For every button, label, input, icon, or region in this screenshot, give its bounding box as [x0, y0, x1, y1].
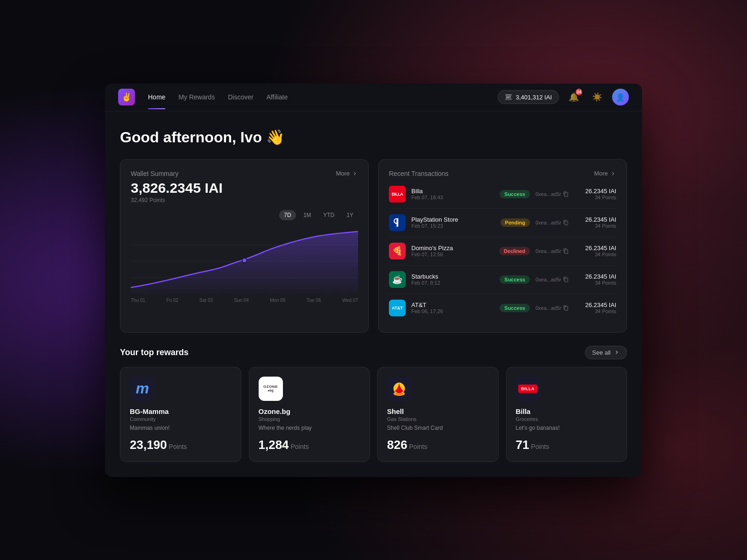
bgmamma-logo: m	[130, 377, 154, 401]
copy-icon[interactable]	[563, 305, 569, 311]
greeting: Good afternoon, Ivo 👋	[120, 128, 627, 146]
tab-1y[interactable]: 1Y	[342, 210, 358, 220]
avatar[interactable]: 👤	[612, 89, 629, 105]
tx-hash[interactable]: 0xea...ad5r	[536, 277, 569, 282]
notification-count: 24	[575, 88, 583, 96]
reward-points: 71 Points	[516, 438, 618, 452]
reward-type: Community	[130, 416, 232, 422]
notifications-button[interactable]: 🔔 24	[565, 89, 582, 105]
tab-7d[interactable]: 7D	[279, 210, 296, 220]
theme-toggle[interactable]: ☀️	[589, 89, 606, 105]
tx-name: Domino's Pizza	[411, 245, 493, 252]
nav-affiliate[interactable]: Affiliate	[267, 85, 288, 109]
wallet-badge[interactable]: 3,401,312 IAI	[498, 90, 559, 104]
tx-amount: 26.2345 IAI 34 Points	[574, 188, 616, 200]
transactions-header: Recent Transactions More	[389, 170, 616, 177]
tx-hash[interactable]: 0xea...ad5r	[536, 191, 569, 197]
main-content: Good afternoon, Ivo 👋 Wallet Summary Mor…	[105, 112, 642, 477]
transaction-list: BILLA Billa Feb 07, 18:43 Success 0xea..…	[389, 180, 616, 322]
tx-amount: 26.2345 IAI 34 Points	[574, 216, 616, 229]
reward-name: Shell	[387, 407, 489, 415]
chevron-right-icon	[613, 349, 620, 356]
att-logo: AT&T	[389, 300, 406, 316]
reward-type: Groceries	[516, 416, 618, 422]
status-badge: Success	[500, 304, 530, 312]
reward-points: 23,190 Points	[130, 438, 232, 452]
svg-point-5	[394, 392, 405, 395]
app-window: ✌️ Home My Rewards Discover Affiliate 3,…	[105, 84, 642, 477]
chevron-right-icon	[610, 170, 616, 177]
tx-date: Feb 07, 15:23	[411, 223, 495, 229]
tx-date: Feb 07, 8:12	[411, 280, 494, 286]
tx-att-info: AT&T Feb 06, 17:26	[411, 301, 494, 314]
wallet-summary-title: Wallet Summary	[131, 170, 178, 177]
ps-logo	[389, 214, 406, 231]
chart-labels: Thu 01 Fri 02 Sat 03 Sun 04 Mon 05 Tue 0…	[131, 298, 358, 303]
table-row: 🍕 Domino's Pizza Feb 07, 12:56 Declined …	[389, 237, 616, 266]
reward-name: Billa	[516, 407, 618, 415]
time-tabs: 7D 1M YTD 1Y	[279, 210, 358, 220]
wallet-summary-card: Wallet Summary More 3,826.2345 IAI 32,49…	[120, 159, 369, 333]
tx-billa-info: Billa Feb 07, 18:43	[411, 188, 494, 200]
reward-points: 1,284 Points	[259, 438, 360, 452]
reward-type: Shopping	[259, 416, 360, 422]
list-item[interactable]: BILLA Billa Groceries Let's go bananas! …	[506, 367, 627, 462]
chevron-right-icon	[352, 170, 358, 177]
transactions-more-button[interactable]: More	[594, 170, 616, 177]
copy-icon[interactable]	[563, 191, 569, 197]
status-badge: Success	[500, 275, 530, 284]
tx-amount: 26.2345 IAI 34 Points	[574, 245, 616, 257]
copy-icon[interactable]	[563, 248, 569, 254]
list-item[interactable]: Shell Gas Stations Shell Club Smart Card…	[377, 367, 499, 462]
ozone-logo: OZONE ●bg	[259, 377, 283, 401]
tab-ytd[interactable]: YTD	[318, 210, 339, 220]
wallet-icon	[505, 93, 512, 101]
nav-links: Home My Rewards Discover Affiliate	[148, 85, 498, 109]
copy-icon[interactable]	[563, 277, 569, 282]
wallet-summary-header: Wallet Summary More	[131, 170, 358, 177]
reward-name: BG-Mamma	[130, 407, 232, 415]
nav-my-rewards[interactable]: My Rewards	[178, 85, 215, 109]
tx-hash[interactable]: 0xea...ad5r	[536, 220, 569, 225]
table-row: AT&T AT&T Feb 06, 17:26 Success 0xea...a…	[389, 294, 616, 322]
tx-amount: 26.2345 IAI 34 Points	[574, 301, 616, 314]
wallet-chart	[131, 229, 358, 294]
rewards-grid: m BG-Mamma Community Mammas union! 23,19…	[120, 367, 627, 462]
wallet-value: 3,401,312 IAI	[516, 94, 552, 101]
dashboard-top: Wallet Summary More 3,826.2345 IAI 32,49…	[120, 159, 627, 333]
dominos-logo: 🍕	[389, 243, 406, 259]
starbucks-logo: ☕	[389, 271, 406, 288]
wallet-amount: 3,826.2345 IAI	[131, 180, 358, 196]
svg-point-3	[242, 258, 247, 263]
reward-desc: Mammas union!	[130, 425, 232, 431]
copy-icon[interactable]	[563, 220, 569, 225]
transactions-title: Recent Transactions	[389, 170, 449, 177]
tab-1m[interactable]: 1M	[299, 210, 316, 220]
status-badge: Success	[500, 190, 530, 198]
rewards-title: Your top rewards	[120, 348, 189, 357]
tx-hash[interactable]: 0xea...ad5r	[536, 248, 569, 254]
app-logo[interactable]: ✌️	[118, 89, 135, 105]
wallet-points: 32,492 Points	[131, 197, 358, 203]
nav-discover[interactable]: Discover	[228, 85, 253, 109]
tx-hash[interactable]: 0xea...ad5r	[536, 305, 569, 311]
reward-type: Gas Stations	[387, 416, 489, 422]
reward-desc: Shell Club Smart Card	[387, 425, 489, 431]
tx-name: AT&T	[411, 301, 494, 308]
list-item[interactable]: OZONE ●bg Ozone.bg Shopping Where the ne…	[249, 367, 370, 462]
rewards-header: Your top rewards See all	[120, 346, 627, 359]
reward-desc: Where the nerds play	[259, 425, 360, 431]
wallet-more-button[interactable]: More	[336, 170, 358, 177]
transactions-card: Recent Transactions More BILLA Billa Feb…	[378, 159, 627, 333]
tx-date: Feb 07, 18:43	[411, 195, 494, 200]
tx-name: PlayStation Store	[411, 216, 495, 223]
tx-amount: 26.2345 IAI 34 Points	[574, 273, 616, 286]
nav-home[interactable]: Home	[148, 85, 165, 109]
status-badge: Pending	[500, 218, 530, 227]
billa-reward-logo: BILLA	[516, 377, 540, 401]
table-row: ☕ Starbucks Feb 07, 8:12 Success 0xea...…	[389, 266, 616, 294]
tx-starbucks-info: Starbucks Feb 07, 8:12	[411, 273, 494, 286]
see-all-button[interactable]: See all	[585, 346, 627, 359]
navbar-right: 3,401,312 IAI 🔔 24 ☀️ 👤	[498, 89, 629, 105]
list-item[interactable]: m BG-Mamma Community Mammas union! 23,19…	[120, 367, 241, 462]
